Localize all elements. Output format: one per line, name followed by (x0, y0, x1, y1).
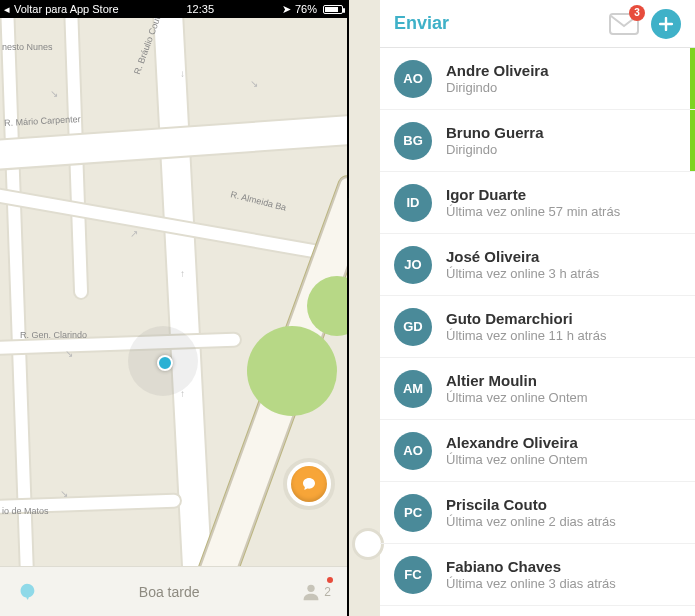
friend-info: Alexandre OliveiraÚltima vez online Onte… (446, 434, 588, 467)
map-view[interactable]: nesto Nunes R. Bráulio Couto R. Mário Ca… (0, 18, 347, 566)
friend-status: Dirigindo (446, 142, 544, 157)
location-icon: ➤ (282, 3, 291, 16)
friend-status: Última vez online Ontem (446, 452, 588, 467)
direction-arrow-icon: ↘ (250, 78, 258, 89)
status-bar-right: ➤ 76% (282, 3, 343, 16)
friend-name: Igor Duarte (446, 186, 620, 203)
friends-list[interactable]: AOAndre OliveiraDirigindoBGBruno GuerraD… (380, 48, 695, 616)
notification-dot-icon (327, 577, 333, 583)
avatar: ID (394, 184, 432, 222)
friend-info: Guto DemarchioriÚltima vez online 11 h a… (446, 310, 606, 343)
status-bar-left: ◂ Voltar para App Store (4, 3, 119, 16)
friend-status: Última vez online 2 dias atrás (446, 514, 616, 529)
friend-row[interactable]: FCFabiano ChavesÚltima vez online 3 dias… (380, 544, 695, 606)
inbox-button[interactable]: 3 (609, 13, 639, 35)
avatar: BG (394, 122, 432, 160)
send-screen: Enviar 3 AOAndre OliveiraDirigindoBGBrun… (380, 0, 695, 616)
avatar: FC (394, 556, 432, 594)
road-label: io de Matos (2, 506, 49, 516)
friend-info: Bruno GuerraDirigindo (446, 124, 544, 157)
partial-screen (348, 0, 380, 616)
friend-name: José Oliveira (446, 248, 599, 265)
greeting-text[interactable]: Boa tarde (38, 584, 300, 600)
direction-arrow-icon: ↗ (130, 228, 138, 239)
friend-status: Última vez online 3 dias atrás (446, 576, 616, 591)
svg-point-0 (308, 584, 315, 591)
road-label: nesto Nunes (2, 42, 53, 52)
friend-name: Alexandre Oliveira (446, 434, 588, 451)
friends-count: 2 (324, 585, 331, 599)
friend-info: Andre OliveiraDirigindo (446, 62, 549, 95)
friend-name: Bruno Guerra (446, 124, 544, 141)
chat-bubble-icon (301, 476, 317, 492)
friend-info: Altier MoulinÚltima vez online Ontem (446, 372, 588, 405)
friend-info: Fabiano ChavesÚltima vez online 3 dias a… (446, 558, 616, 591)
friend-status: Última vez online 11 h atrás (446, 328, 606, 343)
friend-name: Altier Moulin (446, 372, 588, 389)
friend-row[interactable]: AMAltier MoulinÚltima vez online Ontem (380, 358, 695, 420)
avatar: GD (394, 308, 432, 346)
road (153, 18, 214, 566)
friend-info: José OliveiraÚltima vez online 3 h atrás (446, 248, 599, 281)
direction-arrow-icon: ↘ (65, 348, 73, 359)
friend-row[interactable]: JOJosé OliveiraÚltima vez online 3 h atr… (380, 234, 695, 296)
page-title: Enviar (394, 13, 449, 34)
road (1, 18, 35, 566)
online-indicator (690, 48, 695, 109)
friend-row[interactable]: AOAlexandre OliveiraÚltima vez online On… (380, 420, 695, 482)
avatar: AO (394, 432, 432, 470)
avatar: JO (394, 246, 432, 284)
map-screen: ◂ Voltar para App Store 12:35 ➤ 76% nest… (0, 0, 348, 616)
friend-name: Guto Demarchiori (446, 310, 606, 327)
report-button[interactable] (283, 458, 335, 510)
friends-button[interactable]: 2 (300, 581, 331, 603)
current-location-marker[interactable] (128, 326, 198, 396)
direction-arrow-icon: ↓ (180, 68, 185, 79)
friend-row[interactable]: IDIgor DuarteÚltima vez online 57 min at… (380, 172, 695, 234)
direction-arrow-icon: ↘ (50, 88, 58, 99)
friend-name: Fabiano Chaves (446, 558, 616, 575)
status-back-text[interactable]: Voltar para App Store (14, 3, 119, 15)
friend-info: Igor DuarteÚltima vez online 57 min atrá… (446, 186, 620, 219)
status-time: 12:35 (187, 3, 215, 15)
friend-info: Priscila CoutoÚltima vez online 2 dias a… (446, 496, 616, 529)
back-caret-icon: ◂ (4, 3, 10, 16)
battery-icon (323, 5, 343, 14)
friend-name: Priscila Couto (446, 496, 616, 513)
add-friend-button[interactable] (651, 9, 681, 39)
direction-arrow-icon: ↑ (180, 268, 185, 279)
waze-icon[interactable] (16, 581, 38, 603)
plus-icon (659, 17, 673, 31)
friend-status: Dirigindo (446, 80, 549, 95)
friend-status: Última vez online Ontem (446, 390, 588, 405)
avatar: AM (394, 370, 432, 408)
road-label: R. Gen. Clarindo (20, 330, 87, 340)
friend-status: Última vez online 57 min atrás (446, 204, 620, 219)
friend-row[interactable]: PCPriscila CoutoÚltima vez online 2 dias… (380, 482, 695, 544)
friend-name: Andre Oliveira (446, 62, 549, 79)
friend-row[interactable]: GDGuto DemarchioriÚltima vez online 11 h… (380, 296, 695, 358)
header: Enviar 3 (380, 0, 695, 48)
battery-percent: 76% (295, 3, 317, 15)
direction-arrow-icon: ↘ (60, 488, 68, 499)
bottom-bar: Boa tarde 2 (0, 566, 347, 616)
status-bar: ◂ Voltar para App Store 12:35 ➤ 76% (0, 0, 347, 18)
avatar: AO (394, 60, 432, 98)
friend-row[interactable]: AOAndre OliveiraDirigindo (380, 48, 695, 110)
person-icon (300, 581, 322, 603)
friend-row[interactable]: BGBruno GuerraDirigindo (380, 110, 695, 172)
inbox-badge: 3 (629, 5, 645, 21)
avatar: PC (394, 494, 432, 532)
park-area (247, 326, 337, 416)
road-label: R. Almeida Ba (230, 189, 288, 213)
online-indicator (690, 110, 695, 171)
friend-status: Última vez online 3 h atrás (446, 266, 599, 281)
